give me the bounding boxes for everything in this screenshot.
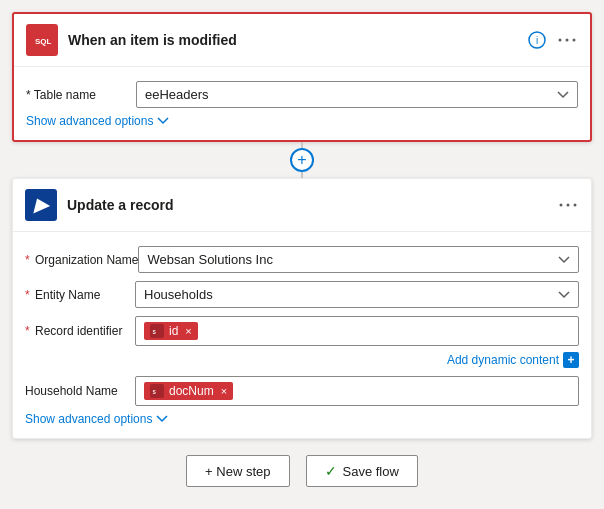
- token-id-label: id: [169, 324, 178, 338]
- trigger-card-body: * Table name eeHeaders Show advanced opt…: [14, 66, 590, 140]
- svg-text:SQL: SQL: [35, 37, 52, 46]
- trigger-show-advanced-button[interactable]: Show advanced options: [26, 114, 169, 128]
- dynamics-icon: ▶: [34, 194, 48, 216]
- add-dynamic-button[interactable]: +: [563, 352, 579, 368]
- connector-line-bottom: [301, 172, 303, 178]
- record-id-input[interactable]: S id ×: [135, 316, 579, 346]
- table-name-label: * Table name: [26, 88, 136, 102]
- action-card-header: ▶ Update a record: [13, 179, 591, 231]
- token-sql-icon2: S: [150, 384, 164, 398]
- org-name-value: Websan Solutions Inc: [147, 252, 558, 267]
- action-title: Update a record: [67, 197, 557, 213]
- action-show-advanced-button[interactable]: Show advanced options: [25, 412, 168, 426]
- action-card-body: * Organization Name Websan Solutions Inc…: [13, 231, 591, 438]
- household-name-row: Household Name S docNum ×: [25, 376, 579, 406]
- household-name-input[interactable]: S docNum ×: [135, 376, 579, 406]
- trigger-title: When an item is modified: [68, 32, 526, 48]
- add-step-button[interactable]: +: [290, 148, 314, 172]
- trigger-icon: SQL: [26, 24, 58, 56]
- trigger-card-header: SQL When an item is modified i: [14, 14, 590, 66]
- action-icon: ▶: [25, 189, 57, 221]
- trigger-card: SQL When an item is modified i * Table n…: [12, 12, 592, 142]
- record-id-row: * Record identifier S id ×: [25, 316, 579, 346]
- org-name-row: * Organization Name Websan Solutions Inc: [25, 246, 579, 273]
- svg-point-7: [560, 204, 563, 207]
- save-label: Save flow: [343, 464, 399, 479]
- household-token: S docNum ×: [144, 382, 233, 400]
- token-sql-icon: S: [150, 324, 164, 338]
- record-id-token: S id ×: [144, 322, 198, 340]
- org-name-select[interactable]: Websan Solutions Inc: [138, 246, 579, 273]
- table-name-select[interactable]: eeHeaders: [136, 81, 578, 108]
- token-docnum-label: docNum: [169, 384, 214, 398]
- entity-name-label: * Entity Name: [25, 288, 135, 302]
- entity-name-value: Households: [144, 287, 558, 302]
- svg-point-6: [573, 39, 576, 42]
- add-dynamic-row: Add dynamic content +: [25, 352, 579, 368]
- table-name-row: * Table name eeHeaders: [26, 81, 578, 108]
- svg-text:i: i: [536, 35, 538, 46]
- svg-point-8: [567, 204, 570, 207]
- connector: +: [290, 142, 314, 178]
- new-step-button[interactable]: + New step: [186, 455, 289, 487]
- household-name-label: Household Name: [25, 384, 135, 398]
- action-header-actions: [557, 200, 579, 210]
- entity-name-select[interactable]: Households: [135, 281, 579, 308]
- trigger-more-button[interactable]: [556, 35, 578, 45]
- save-flow-button[interactable]: ✓ Save flow: [306, 455, 418, 487]
- trigger-header-actions: i: [526, 29, 578, 51]
- table-name-value: eeHeaders: [145, 87, 557, 102]
- action-more-button[interactable]: [557, 200, 579, 210]
- add-dynamic-label[interactable]: Add dynamic content: [447, 353, 559, 367]
- svg-point-5: [566, 39, 569, 42]
- action-card: ▶ Update a record * Organization Name We…: [12, 178, 592, 439]
- token-docnum-close[interactable]: ×: [221, 385, 227, 397]
- flow-container: SQL When an item is modified i * Table n…: [12, 0, 592, 503]
- bottom-bar: + New step ✓ Save flow: [12, 455, 592, 495]
- svg-point-4: [559, 39, 562, 42]
- record-id-label: * Record identifier: [25, 324, 135, 338]
- trigger-info-button[interactable]: i: [526, 29, 548, 51]
- svg-point-9: [574, 204, 577, 207]
- org-name-label: * Organization Name: [25, 253, 138, 267]
- token-id-close[interactable]: ×: [185, 325, 191, 337]
- check-icon: ✓: [325, 463, 337, 479]
- entity-name-row: * Entity Name Households: [25, 281, 579, 308]
- new-step-label: + New step: [205, 464, 270, 479]
